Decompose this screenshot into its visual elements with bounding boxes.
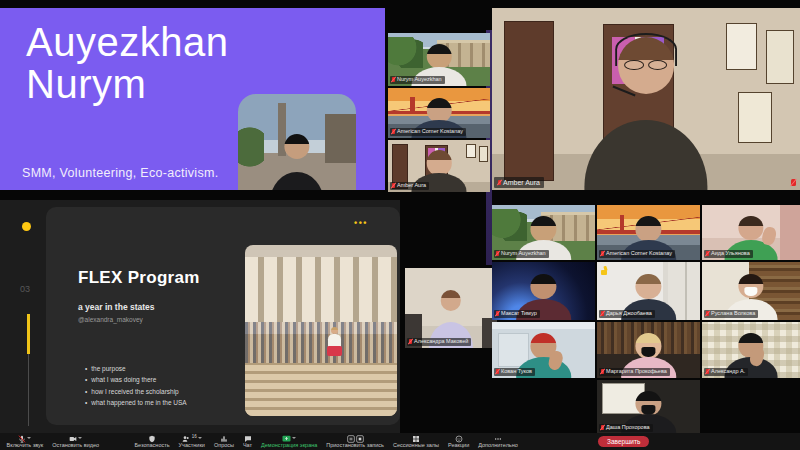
participants-count: 16 [192, 434, 197, 439]
yellow-line-decoration [27, 314, 30, 354]
video-tile-grid-darya[interactable]: Дарья Джообаева [597, 262, 700, 320]
video-tile-grid-kovan[interactable]: Кован Туков [492, 322, 595, 378]
participant-nametag: Nurym Auyezkhan [390, 76, 445, 85]
video-tile-grid-aida[interactable]: Аида Ульянова [702, 205, 800, 260]
mic-muted-icon [498, 180, 501, 185]
mic-muted-icon [706, 251, 709, 256]
shared-slide-intro: Auyezkhan Nurym SMM, Volunteering, Eco-a… [0, 8, 385, 190]
stop-video-button[interactable]: Остановить видео [52, 434, 99, 449]
participant-nametag: Amber Aura [390, 182, 429, 191]
video-tile-grid-nurym[interactable]: Nurym Auyezkhan [492, 205, 595, 260]
participant-nametag: Максат Тимур [494, 310, 540, 319]
video-tile-grid-ruslana[interactable]: Руслана Волкова [702, 262, 800, 320]
slide-subtitle: SMM, Volunteering, Eco-activism. [22, 166, 218, 180]
zoom-toolbar: Включить звук Остановить видео Безопасно… [0, 433, 800, 450]
bullet-item: the purpose [85, 363, 187, 374]
participant-nametag: Nurym Auyezkhan [494, 250, 549, 259]
reactions-button[interactable]: Реакции [448, 434, 469, 449]
office-background [492, 8, 800, 190]
slide-title: FLEX Program [78, 268, 200, 288]
mic-muted-icon [496, 251, 499, 256]
participant-nametag: Amber Aura [494, 177, 544, 188]
chevron-up-icon[interactable] [292, 437, 296, 441]
mic-muted-icon [392, 77, 395, 82]
participant-nametag: Александр А. [704, 368, 748, 377]
screen-share-button[interactable]: Демонстрация экрана [261, 434, 317, 449]
mic-muted-icon [601, 251, 604, 256]
polls-button[interactable]: Опросы [214, 434, 234, 449]
mic-muted-icon [791, 179, 796, 186]
chevron-up-icon[interactable] [198, 437, 202, 441]
participant-nametag: Александра Маковей [407, 338, 471, 347]
bullet-item: what happened to me in the USA [85, 397, 187, 408]
mic-muted-icon [496, 369, 499, 374]
video-tile-grid-dasha[interactable]: Даша Прохорова [597, 380, 700, 434]
record-controls-button[interactable]: Приостановить запись [326, 434, 384, 449]
mic-muted-icon [392, 129, 395, 134]
mic-muted-icon [706, 369, 709, 374]
slide-bullet-list: the purpose what I was doing there how I… [85, 363, 187, 409]
mic-muted-icon [706, 311, 709, 316]
mic-muted-icon [409, 339, 412, 344]
room-background [405, 268, 497, 348]
slide-number: 03 [20, 284, 30, 294]
mic-muted-icon [392, 183, 395, 188]
participant-nametag: Аида Ульянова [704, 250, 753, 259]
participant-nametag: Даша Прохорова [599, 424, 653, 433]
participant-nametag: Маргарита Прокофьева [599, 368, 670, 377]
yellow-dot-decoration [22, 222, 31, 231]
bullet-item: what I was doing there [85, 374, 187, 385]
participants-button[interactable]: 16 Участники [179, 434, 205, 449]
breakout-rooms-button[interactable]: Сессионные залы [393, 434, 439, 449]
more-button[interactable]: Дополнительно [478, 434, 518, 449]
video-tile-grid-margarita[interactable]: Маргарита Прокофьева [597, 322, 700, 378]
thumbs-up-reaction-icon [601, 266, 610, 275]
shared-slide-flex: 03 ••• FLEX Program a year in the states… [0, 200, 400, 433]
participant-nametag: Дарья Джообаева [599, 310, 655, 319]
video-tile-grid-maksat[interactable]: Максат Тимур [492, 262, 595, 320]
participant-nametag: American Corner Kostanay [599, 250, 675, 259]
mic-muted-icon [496, 311, 499, 316]
gray-line-decoration [28, 354, 29, 426]
video-tile-amber-small[interactable]: Amber Aura [388, 140, 490, 192]
end-meeting-button[interactable]: Завершить [598, 436, 649, 447]
participant-nametag: Кован Туков [494, 368, 535, 377]
instagram-handle: @alexandra_makovey [78, 316, 143, 323]
video-tile-grid-alexandr[interactable]: Александр А. [702, 322, 800, 378]
video-tile-speaker-amber[interactable]: Amber Aura [492, 8, 800, 190]
zoom-meeting-window: Auyezkhan Nurym SMM, Volunteering, Eco-a… [0, 0, 800, 450]
bullet-item: how I received the scholarship [85, 386, 187, 397]
video-tile-nurym[interactable]: Nurym Auyezkhan [388, 33, 490, 86]
participant-nametag: Руслана Волкова [704, 310, 758, 319]
mic-muted-icon [601, 425, 604, 430]
mic-muted-icon [601, 311, 604, 316]
chevron-up-icon[interactable] [27, 437, 31, 441]
chat-button[interactable]: Чат [243, 434, 252, 449]
participant-nametag: American Corner Kostanay [390, 128, 466, 137]
video-tile-american-corner[interactable]: American Corner Kostanay [388, 88, 490, 138]
slide-photo-person [238, 94, 356, 190]
mic-muted-icon [601, 369, 604, 374]
menu-dots-decoration: ••• [354, 218, 368, 228]
unmute-button[interactable]: Включить звук [7, 434, 44, 449]
video-tile-grid-american-corner[interactable]: American Corner Kostanay [597, 205, 700, 260]
slide-photo-memorial [245, 245, 397, 416]
slide-subtitle: a year in the states [78, 302, 155, 312]
video-tile-alexandra[interactable]: Александра Маковей [405, 268, 497, 348]
slide-title: Auyezkhan Nurym [26, 22, 228, 105]
chevron-up-icon[interactable] [78, 437, 82, 441]
security-button[interactable]: Безопасность [135, 434, 170, 449]
